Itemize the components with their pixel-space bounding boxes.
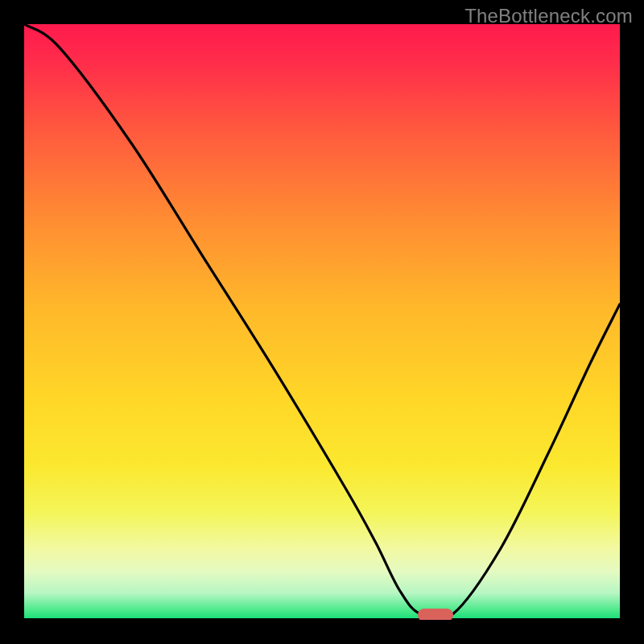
chart-curve	[24, 24, 620, 620]
chart-frame: TheBottleneck.com	[0, 0, 644, 644]
plot-area	[24, 24, 620, 620]
optimal-marker	[418, 609, 453, 620]
watermark-text: TheBottleneck.com	[464, 5, 633, 27]
